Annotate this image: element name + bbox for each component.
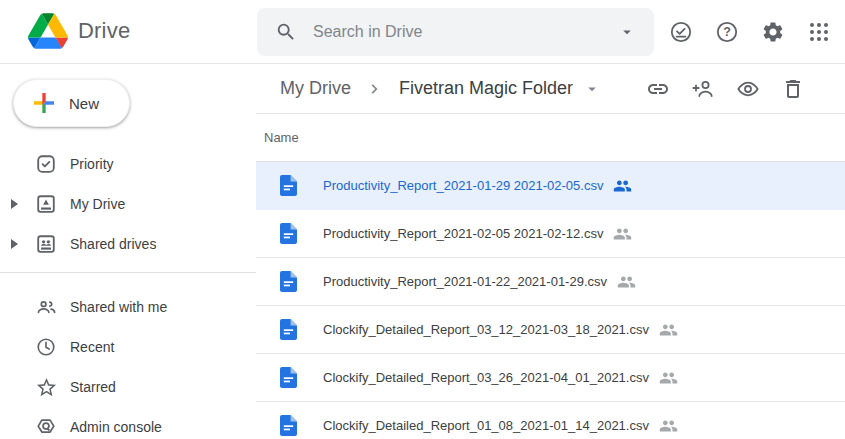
- shared-people-icon: [613, 227, 632, 241]
- file-doc-icon: [280, 367, 297, 388]
- shared-people-icon: [659, 371, 678, 385]
- file-name: Productivity_Report_2021-01-22_2021-01-2…: [323, 274, 607, 289]
- sidebar-item-label: Admin console: [70, 419, 162, 435]
- drive-logo-icon: [28, 13, 68, 49]
- sidebar-item-recent[interactable]: Recent: [0, 327, 256, 367]
- file-name: Productivity_Report_2021-01-29 2021-02-0…: [323, 178, 603, 193]
- sidebar-item-shared-with-me[interactable]: Shared with me: [0, 287, 256, 327]
- shared-drives-icon: [34, 232, 58, 256]
- column-header-name[interactable]: Name: [256, 114, 845, 162]
- chevron-right-icon: [365, 79, 385, 99]
- top-bar: Drive ?: [0, 0, 845, 64]
- sidebar-item-label: My Drive: [70, 196, 125, 212]
- breadcrumb-current-folder[interactable]: Fivetran Magic Folder: [399, 78, 573, 99]
- file-name: Clockify_Detailed_Report_03_26_2021-04_0…: [323, 370, 649, 385]
- sidebar-item-admin-console[interactable]: Admin console: [0, 407, 256, 439]
- expand-arrow-icon[interactable]: [10, 199, 20, 209]
- delete-trash-icon[interactable]: [781, 77, 805, 101]
- sidebar-item-label: Starred: [70, 379, 116, 395]
- file-row[interactable]: Productivity_Report_2021-02-05 2021-02-1…: [256, 210, 845, 258]
- my-drive-icon: [34, 192, 58, 216]
- sidebar-item-starred[interactable]: Starred: [0, 367, 256, 407]
- get-link-icon[interactable]: [646, 77, 670, 101]
- file-name: Clockify_Detailed_Report_01_08_2021-01_1…: [323, 418, 649, 433]
- starred-icon: [34, 375, 58, 399]
- file-name: Productivity_Report_2021-02-05 2021-02-1…: [323, 226, 603, 241]
- sidebar-item-label: Shared with me: [70, 299, 167, 315]
- breadcrumb: My Drive Fivetran Magic Folder: [256, 64, 845, 114]
- multicolor-plus-icon: [29, 88, 59, 118]
- apps-grid-icon[interactable]: [807, 20, 831, 44]
- file-doc-icon: [280, 415, 297, 436]
- share-person-add-icon[interactable]: [691, 77, 715, 101]
- settings-icon[interactable]: [761, 20, 785, 44]
- priority-icon: [34, 152, 58, 176]
- recent-icon: [34, 335, 58, 359]
- file-doc-icon: [280, 175, 297, 196]
- search-dropdown-caret-icon[interactable]: [618, 23, 636, 41]
- shared-people-icon: [613, 179, 632, 193]
- sidebar-item-label: Shared drives: [70, 236, 156, 252]
- file-doc-icon: [280, 319, 297, 340]
- search-bar[interactable]: [257, 8, 654, 56]
- offline-status-icon[interactable]: [669, 20, 693, 44]
- file-row[interactable]: Productivity_Report_2021-01-22_2021-01-2…: [256, 258, 845, 306]
- sidebar-divider: [0, 272, 256, 273]
- search-input[interactable]: [313, 23, 618, 41]
- file-row[interactable]: Clockify_Detailed_Report_01_08_2021-01_1…: [256, 402, 845, 439]
- sidebar: New Priority My Drive: [0, 64, 256, 439]
- file-row[interactable]: Clockify_Detailed_Report_03_12_2021-03_1…: [256, 306, 845, 354]
- sidebar-item-priority[interactable]: Priority: [0, 144, 256, 184]
- preview-eye-icon[interactable]: [736, 77, 760, 101]
- main-content: My Drive Fivetran Magic Folder: [256, 64, 845, 439]
- shared-people-icon: [659, 323, 678, 337]
- svg-text:?: ?: [723, 25, 731, 39]
- new-button-label: New: [69, 95, 99, 112]
- admin-console-icon: [34, 415, 58, 439]
- new-button[interactable]: New: [13, 79, 130, 127]
- sidebar-item-my-drive[interactable]: My Drive: [0, 184, 256, 224]
- file-row[interactable]: Clockify_Detailed_Report_03_26_2021-04_0…: [256, 354, 845, 402]
- file-name: Clockify_Detailed_Report_03_12_2021-03_1…: [323, 322, 649, 337]
- expand-arrow-icon[interactable]: [10, 239, 20, 249]
- file-doc-icon: [280, 271, 297, 292]
- drive-logo-home-link[interactable]: Drive: [28, 13, 130, 49]
- search-icon[interactable]: [275, 21, 297, 43]
- shared-people-icon: [659, 419, 678, 433]
- sidebar-item-shared-drives[interactable]: Shared drives: [0, 224, 256, 264]
- shared-with-me-icon: [34, 295, 58, 319]
- file-row[interactable]: Productivity_Report_2021-01-29 2021-02-0…: [256, 162, 845, 210]
- breadcrumb-root[interactable]: My Drive: [280, 78, 351, 99]
- sidebar-item-label: Recent: [70, 339, 114, 355]
- sidebar-item-label: Priority: [70, 156, 114, 172]
- folder-dropdown-caret-icon[interactable]: [583, 80, 601, 98]
- app-name: Drive: [78, 18, 130, 44]
- shared-people-icon: [617, 275, 636, 289]
- help-icon[interactable]: ?: [715, 20, 739, 44]
- file-doc-icon: [280, 223, 297, 244]
